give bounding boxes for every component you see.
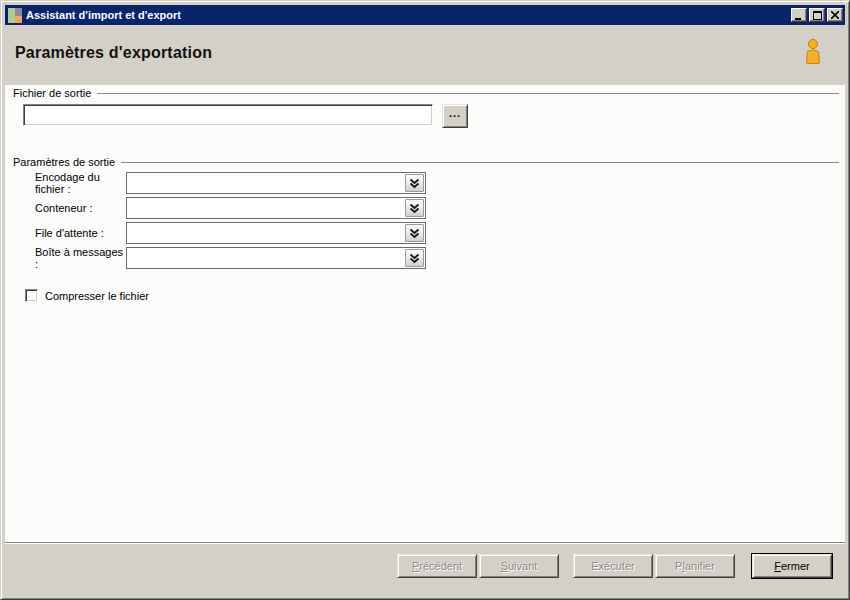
minimize-icon	[795, 11, 803, 20]
container-field-row: Conteneur :	[35, 197, 426, 219]
encoding-field-row: Encodage du fichier :	[35, 172, 426, 194]
window-controls	[791, 8, 843, 22]
queue-label: File d'attente :	[35, 227, 126, 239]
maximize-button[interactable]	[809, 8, 825, 22]
compress-checkbox[interactable]	[25, 289, 38, 302]
output-params-group-header: Paramètres de sortie	[13, 156, 839, 168]
output-file-row: ...	[23, 104, 468, 128]
double-chevron-down-icon	[409, 253, 420, 264]
encoding-label: Encodage du fichier :	[35, 171, 126, 195]
wizard-footer: Précédent Suivant Exécuter Planifier Fer…	[5, 542, 845, 595]
queue-combobox[interactable]	[126, 222, 426, 244]
output-params-group-label: Paramètres de sortie	[13, 156, 121, 168]
wizard-header: Paramètres d'exportation	[5, 25, 845, 85]
queue-combobox-input[interactable]	[128, 224, 403, 242]
maximize-icon	[813, 11, 822, 20]
close-icon	[831, 11, 839, 19]
close-button[interactable]	[827, 8, 843, 22]
mailbox-label: Boîte à messages :	[35, 246, 126, 270]
output-file-group-label: Fichier de sortie	[13, 87, 97, 99]
mailbox-dropdown-button[interactable]	[405, 249, 424, 267]
app-icon-green-square	[8, 8, 15, 23]
minimize-button[interactable]	[791, 8, 807, 22]
title-bar: Assistant d'import et d'export	[5, 5, 845, 25]
output-file-input[interactable]	[23, 104, 433, 126]
page-title: Paramètres d'exportation	[15, 44, 212, 62]
browse-button[interactable]: ...	[442, 104, 468, 128]
person-icon	[803, 38, 823, 66]
encoding-combobox[interactable]	[126, 172, 426, 194]
wizard-window: Assistant d'import et d'export Paramètre…	[0, 0, 850, 600]
container-dropdown-button[interactable]	[405, 199, 424, 217]
compress-checkbox-label: Compresser le fichier	[45, 290, 149, 302]
container-combobox[interactable]	[126, 197, 426, 219]
output-file-group-header: Fichier de sortie	[13, 87, 839, 99]
group-separator-line	[97, 93, 839, 95]
encoding-dropdown-button[interactable]	[405, 174, 424, 192]
wizard-body: Fichier de sortie ... Paramètres de sort…	[5, 85, 845, 544]
mailbox-combobox-input[interactable]	[128, 249, 403, 267]
execute-button: Exécuter	[573, 554, 653, 578]
app-icon	[8, 8, 23, 23]
mailbox-combobox[interactable]	[126, 247, 426, 269]
group-separator-line	[121, 162, 839, 164]
mailbox-field-row: Boîte à messages :	[35, 247, 426, 269]
encoding-combobox-input[interactable]	[128, 174, 403, 192]
container-label: Conteneur :	[35, 202, 126, 214]
queue-field-row: File d'attente :	[35, 222, 426, 244]
queue-dropdown-button[interactable]	[405, 224, 424, 242]
previous-button: Précédent	[397, 554, 477, 578]
app-icon-orange-square	[15, 16, 22, 23]
next-button: Suivant	[479, 554, 559, 578]
app-icon-gray-square	[15, 8, 22, 16]
compress-checkbox-row: Compresser le fichier	[25, 289, 149, 302]
window-title: Assistant d'import et d'export	[26, 9, 791, 21]
container-combobox-input[interactable]	[128, 199, 403, 217]
close-wizard-button[interactable]: Fermer	[752, 554, 832, 578]
schedule-button: Planifier	[655, 554, 735, 578]
double-chevron-down-icon	[409, 228, 420, 239]
double-chevron-down-icon	[409, 178, 420, 189]
double-chevron-down-icon	[409, 203, 420, 214]
